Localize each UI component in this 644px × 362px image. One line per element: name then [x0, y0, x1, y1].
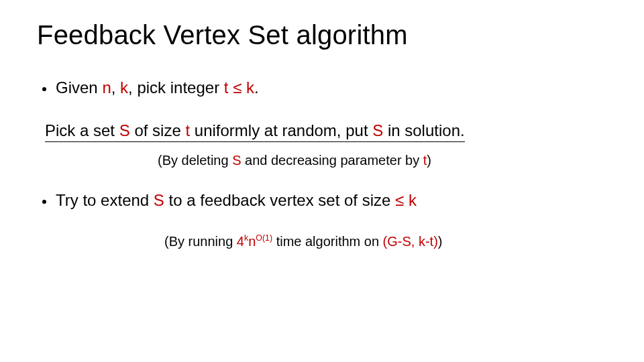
subnote-delete: (By deleting S and decreasing parameter …	[158, 153, 607, 168]
text: time algorithm on	[272, 234, 383, 249]
var-S: S	[232, 153, 241, 168]
text: (By deleting	[158, 153, 232, 168]
var-S: S	[372, 121, 383, 139]
underlined-text: Pick a set S of size t uniformly at rand…	[45, 121, 465, 142]
expr-4k-nO1: 4knO(1)	[237, 234, 272, 249]
text: ,	[111, 78, 120, 97]
text: n	[248, 234, 256, 249]
slide: Feedback Vertex Set algorithm Given n, k…	[0, 0, 644, 362]
var-S: S	[154, 191, 164, 209]
bullet-extend-text: Try to extend S to a feedback vertex set…	[56, 191, 417, 210]
bullet-extend: Try to extend S to a feedback vertex set…	[37, 191, 607, 210]
bullet-dot-icon	[42, 200, 46, 204]
bullet-given: Given n, k, pick integer t ≤ k.	[37, 78, 607, 97]
text: uniformly at random, put	[190, 121, 372, 139]
text: in solution.	[383, 121, 464, 139]
text: 4	[237, 234, 244, 249]
sup-O1: O(1)	[256, 233, 272, 243]
expr-GS-kt: (G-S, k-t)	[383, 234, 438, 249]
bullet-dot-icon	[42, 87, 46, 91]
line-pick-set: Pick a set S of size t uniformly at rand…	[37, 121, 607, 153]
text: Try to extend	[56, 191, 154, 209]
text: .	[254, 78, 259, 97]
text: )	[427, 153, 431, 168]
text: , pick integer	[128, 78, 224, 97]
var-n: n	[102, 78, 111, 97]
text: )	[438, 234, 443, 249]
subnote-running: (By running 4knO(1) time algorithm on (G…	[164, 234, 607, 249]
var-t-leq-k: t ≤ k	[224, 78, 254, 97]
text: and decreasing parameter by	[241, 153, 423, 168]
text: to a feedback vertex set of size	[164, 191, 395, 209]
bullet-given-text: Given n, k, pick integer t ≤ k.	[56, 78, 259, 97]
text: Given	[56, 78, 102, 97]
text: Pick a set	[45, 121, 119, 139]
var-k: k	[120, 78, 128, 97]
slide-title: Feedback Vertex Set algorithm	[37, 20, 607, 50]
var-leq-k: ≤ k	[395, 191, 417, 209]
var-S: S	[119, 121, 130, 139]
text: of size	[130, 121, 186, 139]
text: (By running	[164, 234, 237, 249]
